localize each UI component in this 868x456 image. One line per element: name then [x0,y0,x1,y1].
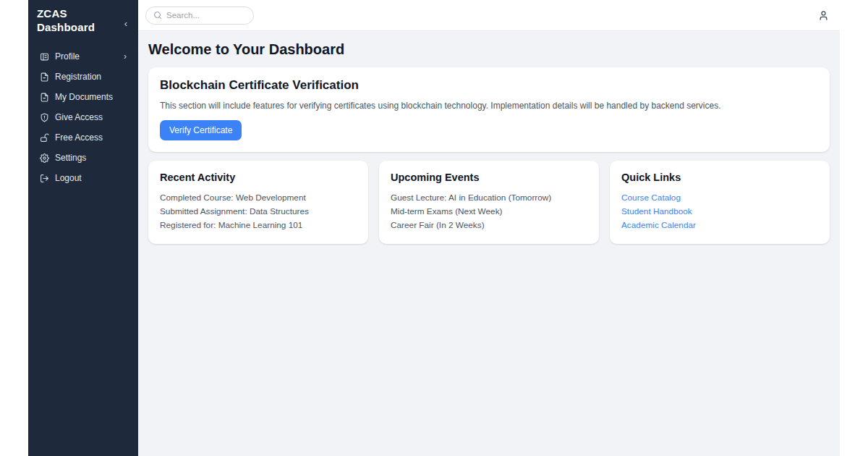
sidebar-item-profile[interactable]: Profile › [28,46,138,67]
list-item: Career Fair (In 2 Weeks) [391,219,587,232]
sidebar-item-free-access[interactable]: Free Access [28,127,138,148]
chevron-left-icon: ‹ [124,18,127,29]
sidebar-item-logout[interactable]: Logout [28,168,138,188]
sidebar-item-label: Logout [55,173,82,183]
app-title: ZCAS Dashboard [37,7,123,34]
sidebar-item-label: Registration [55,72,101,82]
page-title: Welcome to Your Dashboard [148,41,830,58]
sidebar-item-my-documents[interactable]: My Documents [28,87,138,107]
list-item: Guest Lecture: AI in Education (Tomorrow… [391,191,587,205]
id-card-icon [40,52,49,62]
sidebar-item-label: My Documents [55,92,113,102]
sidebar-item-registration[interactable]: Registration [28,67,138,87]
search-box [145,7,254,25]
quick-links-list: Course Catalog Student Handbook Academic… [621,191,818,232]
shield-icon [40,113,49,122]
sidebar-nav: Profile › Registration My Documents [28,41,138,188]
link-academic-calendar[interactable]: Academic Calendar [621,220,696,230]
logout-icon [40,174,49,183]
quick-links-card: Quick Links Course Catalog Student Handb… [610,161,830,244]
link-student-handbook[interactable]: Student Handbook [621,206,692,216]
sidebar-item-settings[interactable]: Settings [28,148,138,168]
topbar [138,0,840,31]
user-icon [818,10,829,21]
app-container: ZCAS Dashboard ‹ Profile › Registration [28,0,840,456]
user-menu-button[interactable] [818,10,829,21]
list-item: Registered for: Machine Learning 101 [160,219,357,232]
sidebar-item-label: Profile [55,51,80,62]
upcoming-events-title: Upcoming Events [391,172,587,183]
list-item: Submitted Assignment: Data Structures [160,205,357,219]
sidebar-item-give-access[interactable]: Give Access [28,107,138,127]
sidebar-header: ZCAS Dashboard ‹ [28,0,138,41]
sidebar-item-label: Give Access [55,112,103,122]
content: Welcome to Your Dashboard Blockchain Cer… [138,31,840,254]
verify-certificate-button[interactable]: Verify Certificate [160,120,242,140]
link-course-catalog[interactable]: Course Catalog [621,193,681,203]
sidebar-collapse-button[interactable]: ‹ [123,17,129,30]
sidebar-item-label: Settings [55,153,86,163]
search-input[interactable] [166,11,246,20]
search-icon [153,11,162,20]
file-icon [40,72,49,82]
file-icon [40,93,49,102]
info-cards-row: Recent Activity Completed Course: Web De… [148,161,830,244]
verification-card-title: Blockchain Certificate Verification [160,78,818,93]
chevron-right-icon: › [124,51,127,62]
main-area: Welcome to Your Dashboard Blockchain Cer… [138,0,840,456]
gear-icon [40,153,49,163]
verification-card-description: This section will include features for v… [160,101,818,111]
unlock-icon [40,133,49,143]
recent-activity-card: Recent Activity Completed Course: Web De… [148,161,368,244]
upcoming-events-card: Upcoming Events Guest Lecture: AI in Edu… [379,161,599,244]
list-item: Mid-term Exams (Next Week) [391,205,587,219]
upcoming-events-list: Guest Lecture: AI in Education (Tomorrow… [391,191,587,232]
sidebar: ZCAS Dashboard ‹ Profile › Registration [28,0,138,456]
sidebar-item-label: Free Access [55,132,103,143]
recent-activity-title: Recent Activity [160,172,357,183]
verification-card: Blockchain Certificate Verification This… [148,67,830,152]
quick-links-title: Quick Links [621,172,818,183]
list-item: Completed Course: Web Development [160,191,357,205]
recent-activity-list: Completed Course: Web Development Submit… [160,191,357,232]
